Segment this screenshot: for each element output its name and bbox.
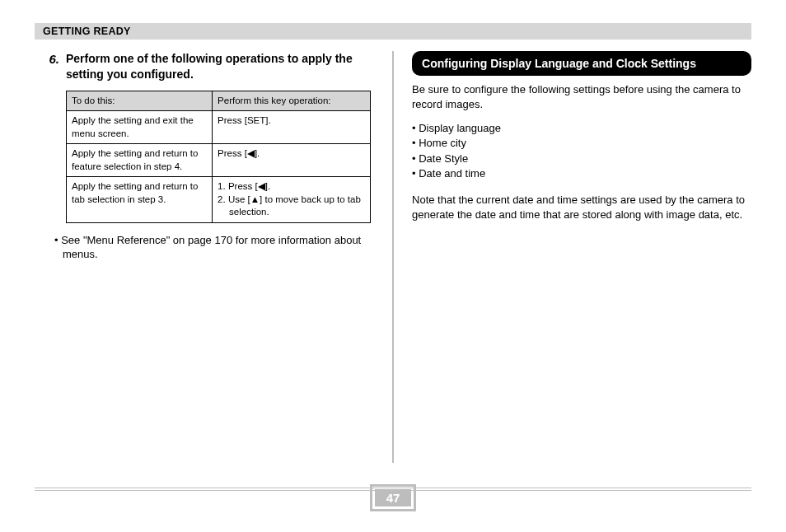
note-paragraph: Note that the current date and time sett… <box>412 193 751 222</box>
step-text: Perform one of the following operations … <box>66 51 374 82</box>
menu-reference-note: • See "Menu Reference" on page 170 for m… <box>44 233 374 262</box>
table-header: Perform this key operation: <box>213 91 371 111</box>
list-item: • Display language <box>412 121 751 136</box>
settings-list: • Display language • Home city • Date St… <box>412 121 751 181</box>
content-columns: 6. Perform one of the following operatio… <box>35 51 751 463</box>
section-header: GETTING READY <box>35 23 751 40</box>
page-number: 47 <box>375 489 412 506</box>
table-header: To do this: <box>67 91 213 111</box>
table-cell: 1. Press [◀]. 2. Use [▲] to move back up… <box>213 177 371 223</box>
list-item: • Date and time <box>412 166 751 181</box>
table-row: Apply the setting and return to feature … <box>67 144 371 177</box>
table-cell: Apply the setting and return to tab sele… <box>67 177 213 223</box>
right-column: Configuring Display Language and Clock S… <box>394 51 751 463</box>
table-row: Apply the setting and return to tab sele… <box>67 177 371 223</box>
table-cell: Apply the setting and return to feature … <box>67 144 213 177</box>
list-item: • Date Style <box>412 152 751 166</box>
key-operations-table: To do this: Perform this key operation: … <box>66 91 371 223</box>
table-cell: Press [◀]. <box>213 144 371 177</box>
step-6: 6. Perform one of the following operatio… <box>44 51 374 82</box>
left-column: 6. Perform one of the following operatio… <box>35 51 392 463</box>
page-footer: 47 <box>35 488 751 520</box>
step-number: 6. <box>44 51 59 82</box>
list-item: • Home city <box>412 136 751 151</box>
intro-paragraph: Be sure to configure the following setti… <box>412 82 751 111</box>
page-number-box: 47 <box>370 484 417 511</box>
table-cell: Press [SET]. <box>213 111 371 144</box>
table-row: Apply the setting and exit the menu scre… <box>67 111 371 144</box>
page: GETTING READY 6. Perform one of the foll… <box>0 0 786 532</box>
callout-heading: Configuring Display Language and Clock S… <box>412 51 751 76</box>
table-cell-item: 1. Press [◀]. <box>218 180 365 194</box>
table-cell: Apply the setting and exit the menu scre… <box>67 111 213 144</box>
table-cell-item: 2. Use [▲] to move back up to tab select… <box>218 194 365 219</box>
